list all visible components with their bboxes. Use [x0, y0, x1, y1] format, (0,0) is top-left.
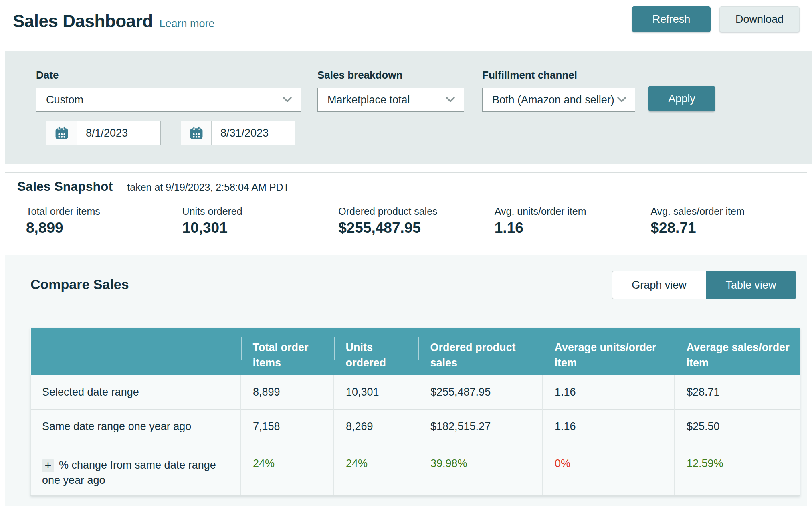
sales-snapshot-card: Sales Snapshot taken at 9/19/2023, 2:58:… — [5, 172, 807, 246]
compare-sales-table: Total order items Units ordered Ordered … — [30, 328, 800, 496]
end-date-field: 8/31/2023 — [181, 121, 295, 145]
table-row-same-date-range-one-year-ago: Same date range one year ago 7,158 8,269… — [31, 409, 800, 444]
chevron-down-icon — [446, 97, 455, 103]
table-row-selected-date-range: Selected date range 8,899 10,301 $255,48… — [31, 375, 800, 409]
graph-view-button[interactable]: Graph view — [612, 271, 706, 299]
cell-value: $25.50 — [675, 409, 800, 444]
start-date-input[interactable]: 8/1/2023 — [77, 121, 128, 145]
row-label: Same date range one year ago — [31, 409, 241, 444]
compare-sales-card: Compare Sales Graph view Table view Tota… — [5, 254, 807, 506]
sales-breakdown-group: Sales breakdown Marketplace total — [317, 69, 464, 112]
header-average-sales-order-item: Average sales/order item — [675, 328, 800, 375]
fulfillment-channel-label: Fulfillment channel — [482, 69, 635, 81]
header-units-ordered: Units ordered — [334, 328, 418, 375]
cell-value: 7,158 — [241, 409, 334, 444]
cell-percent-change: 24% — [241, 444, 334, 495]
start-date-calendar-button[interactable] — [46, 121, 77, 145]
filter-bar: Date Custom — [5, 51, 812, 164]
header-buttons: Refresh Download — [632, 6, 800, 32]
chevron-down-icon — [283, 97, 292, 103]
cell-value: 8,269 — [334, 409, 418, 444]
snapshot-timestamp: taken at 9/19/2023, 2:58:04 AM PDT — [127, 182, 289, 193]
cell-value: 8,899 — [241, 375, 334, 409]
refresh-button[interactable]: Refresh — [632, 6, 711, 32]
snapshot-metrics-row: Total order items 8,899 Units ordered 10… — [5, 200, 807, 246]
row-label: Selected date range — [31, 375, 241, 409]
end-date-calendar-button[interactable] — [181, 121, 212, 145]
cell-value: 10,301 — [334, 375, 418, 409]
row-label: +% change from same date range one year … — [31, 444, 241, 495]
date-range-selected-value: Custom — [46, 94, 83, 106]
table-header-row: Total order items Units ordered Ordered … — [31, 328, 800, 375]
calendar-icon — [54, 125, 69, 141]
header-total-order-items: Total order items — [241, 328, 334, 375]
fulfillment-channel-group: Fulfillment channel Both (Amazon and sel… — [482, 69, 635, 112]
apply-button[interactable]: Apply — [648, 86, 715, 111]
cell-percent-change: 12.59% — [675, 444, 800, 495]
header-row-label-spacer — [31, 328, 241, 375]
metric-avg-units-order-item: Avg. units/order item 1.16 — [495, 206, 651, 236]
table-row-percent-change: +% change from same date range one year … — [31, 444, 800, 495]
calendar-icon — [189, 125, 204, 141]
header-average-units-order-item: Average units/order item — [543, 328, 675, 375]
metric-units-ordered: Units ordered 10,301 — [182, 206, 339, 236]
end-date-input[interactable]: 8/31/2023 — [212, 121, 269, 145]
fulfillment-channel-select[interactable]: Both (Amazon and seller) — [482, 88, 635, 112]
cell-value: 1.16 — [543, 409, 675, 444]
metric-ordered-product-sales: Ordered product sales $255,487.95 — [338, 206, 495, 236]
compare-sales-title: Compare Sales — [30, 277, 129, 292]
date-range-select[interactable]: Custom — [36, 88, 301, 112]
download-button[interactable]: Download — [719, 6, 800, 32]
sales-snapshot-title: Sales Snapshot — [17, 179, 113, 194]
cell-percent-change: 39.98% — [418, 444, 543, 495]
sales-breakdown-selected-value: Marketplace total — [327, 94, 410, 106]
fulfillment-channel-selected-value: Both (Amazon and seller) — [492, 94, 614, 106]
sales-breakdown-select[interactable]: Marketplace total — [317, 88, 464, 112]
sales-breakdown-label: Sales breakdown — [317, 69, 464, 81]
table-view-button[interactable]: Table view — [706, 271, 796, 299]
learn-more-link[interactable]: Learn more — [160, 18, 215, 30]
metric-avg-sales-order-item: Avg. sales/order item $28.71 — [650, 206, 807, 236]
header-ordered-product-sales: Ordered product sales — [418, 328, 543, 375]
chevron-down-icon — [617, 97, 626, 103]
view-toggle: Graph view Table view — [612, 271, 796, 299]
date-filter-group: Date Custom — [36, 69, 301, 145]
date-inputs-row: 8/1/2023 8/31/2023 — [46, 121, 301, 145]
metric-total-order-items: Total order items 8,899 — [26, 206, 182, 236]
cell-value: $182,515.27 — [418, 409, 543, 444]
cell-percent-change: 24% — [334, 444, 418, 495]
cell-value: $28.71 — [675, 375, 800, 409]
title-row: Sales Dashboard Learn more — [13, 11, 215, 31]
cell-value: $255,487.95 — [418, 375, 543, 409]
sales-snapshot-header: Sales Snapshot taken at 9/19/2023, 2:58:… — [5, 173, 807, 200]
page-title: Sales Dashboard — [13, 11, 153, 31]
cell-percent-change: 0% — [543, 444, 675, 495]
date-filter-label: Date — [36, 69, 301, 81]
top-header: Sales Dashboard Learn more Refresh Downl… — [0, 0, 812, 51]
expand-row-button[interactable]: + — [42, 459, 54, 472]
start-date-field: 8/1/2023 — [46, 121, 161, 145]
cell-value: 1.16 — [543, 375, 675, 409]
